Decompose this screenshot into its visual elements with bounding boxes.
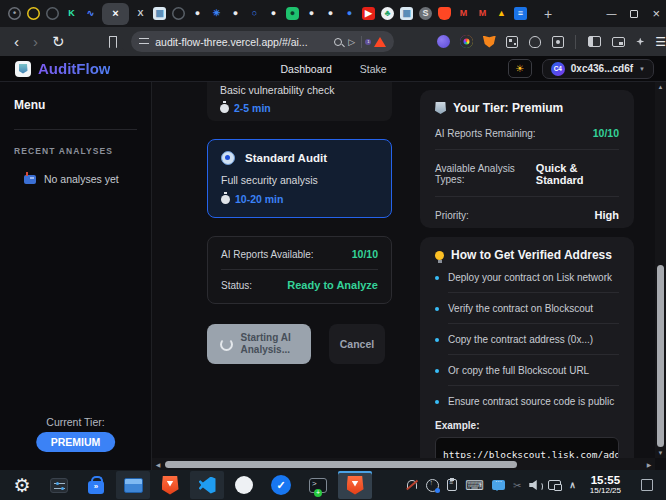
volume-icon (529, 480, 540, 491)
sidebar-toggle-icon[interactable] (588, 36, 601, 47)
gmail-tab-2[interactable]: M (473, 3, 492, 25)
circle-tab[interactable] (43, 3, 62, 25)
check-app-launcher[interactable]: ✓ (264, 471, 298, 499)
vertical-scroll-thumb[interactable] (657, 265, 664, 447)
browser-menu-icon[interactable]: ☰ (655, 36, 666, 48)
image-tab-2[interactable]: ▦ (397, 3, 416, 25)
faucet-tab-4[interactable]: ● (321, 3, 340, 25)
kick-favicon: K (65, 7, 78, 20)
scroll-down-arrow[interactable]: ▼ (655, 450, 666, 456)
qr-extension-icon[interactable] (505, 35, 519, 49)
x-tab[interactable]: X (131, 3, 150, 25)
reload-button[interactable]: ↻ (52, 34, 65, 49)
tray-expand[interactable]: ∧ (569, 480, 576, 490)
divider (448, 385, 619, 386)
site-settings-icon[interactable] (139, 38, 149, 46)
workspace-switcher[interactable] (641, 479, 653, 491)
address-bar[interactable]: audit-flow-three.vercel.app/#/ai... ▷ 1 (131, 31, 394, 52)
gitbook-tab[interactable]: ● (283, 3, 302, 25)
app-menu-launcher[interactable]: ⚙ (5, 471, 39, 499)
brave-browser-window-launcher[interactable] (338, 471, 372, 499)
docs-tab[interactable]: ≡ (511, 3, 530, 25)
horizontal-scroll-thumb[interactable] (165, 461, 517, 468)
messenger-icon (492, 480, 505, 490)
x-favicon: X (134, 7, 147, 20)
target-favicon: • (8, 7, 21, 20)
wallet-chip[interactable]: C4 0xc436...cd6f ▼ (542, 59, 654, 79)
system-tray: ⌨✂∧ 15:55 15/12/25 (406, 474, 661, 495)
standard-audit-card[interactable]: Standard Audit Full security analysis 10… (207, 139, 392, 218)
ring-tab[interactable] (169, 3, 188, 25)
rainbow-extension-icon[interactable] (459, 35, 473, 49)
target-tab[interactable]: • (5, 3, 24, 25)
kick-tab[interactable]: K (62, 3, 81, 25)
image-tab[interactable]: ▦ (150, 3, 169, 25)
keyboard-layout-icon: ⌨ (465, 479, 484, 492)
radio-selected-icon[interactable] (221, 151, 235, 165)
cancel-button[interactable]: Cancel (329, 324, 385, 364)
scribble-tab[interactable]: ∿ (81, 3, 100, 25)
gmail-tab[interactable]: M (454, 3, 473, 25)
faucet-tab-2[interactable]: ● (226, 3, 245, 25)
zoom-icon[interactable] (334, 38, 342, 46)
brave-browser-launcher[interactable] (153, 471, 187, 499)
keyboard-layout[interactable]: ⌨ (465, 479, 484, 492)
screenshot-tool[interactable]: ✂ (513, 480, 521, 491)
libreoffice-launcher[interactable] (227, 471, 261, 499)
paw-tab[interactable]: ♣ (378, 3, 397, 25)
octopus-extension-icon[interactable] (528, 35, 542, 49)
metamask-extension-icon[interactable] (482, 35, 496, 49)
url-text[interactable]: audit-flow-three.vercel.app/#/ai... (155, 36, 328, 48)
hardhat-tab[interactable] (24, 3, 43, 25)
nav-stake[interactable]: Stake (360, 63, 387, 75)
back-button[interactable]: ‹ (14, 34, 19, 49)
horizontal-scrollbar[interactable]: ◀ ▶ (152, 458, 655, 470)
brave-rewards-icon[interactable] (374, 37, 386, 47)
close-button[interactable]: × (652, 6, 660, 21)
wallet-panel-icon[interactable] (612, 37, 625, 47)
software-store-launcher[interactable] (79, 471, 113, 499)
vscode-launcher[interactable] (190, 471, 224, 499)
faucet-tab-3[interactable]: ● (302, 3, 321, 25)
taskbar-clock[interactable]: 15:55 15/12/25 (590, 474, 621, 495)
clipboard-manager[interactable] (447, 479, 457, 491)
drop-outline-tab[interactable]: ○ (245, 3, 264, 25)
brave-tab[interactable] (435, 3, 454, 25)
notifications-muted[interactable] (406, 479, 418, 491)
screenshot-extension-icon[interactable] (551, 35, 565, 49)
youtube-tab[interactable]: ▶ (359, 3, 378, 25)
nav-dashboard[interactable]: Dashboard (280, 63, 331, 75)
vertical-scrollbar[interactable]: ▲ ▼ (655, 82, 666, 458)
x-active-tab[interactable]: × (102, 3, 129, 25)
speed-tab[interactable]: S (416, 3, 435, 25)
quick-scan-card[interactable]: Basic vulnerability check 2-5 min (207, 82, 392, 121)
messenger[interactable] (492, 480, 505, 490)
leo-ai-icon[interactable] (636, 38, 644, 46)
theme-toggle-button[interactable]: ☀ (508, 59, 532, 78)
wallet-extension-icon[interactable] (436, 35, 450, 49)
reports-available-value: 10/10 (352, 248, 378, 260)
terminal-launcher[interactable] (301, 471, 335, 499)
updater[interactable] (426, 479, 439, 492)
github-tab[interactable]: ● (264, 3, 283, 25)
share-icon[interactable]: ▷ (348, 37, 355, 47)
scroll-up-arrow[interactable]: ▲ (655, 84, 666, 90)
scroll-right-arrow[interactable]: ▶ (643, 461, 655, 468)
drip-tab[interactable]: ✳ (207, 3, 226, 25)
volume[interactable] (529, 480, 540, 491)
empty-analyses-item: No analyses yet (24, 173, 151, 185)
drop-blue-tab[interactable]: ● (340, 3, 359, 25)
forward-button[interactable]: › (33, 34, 38, 49)
new-tab-button[interactable]: + (538, 4, 558, 24)
drive-tab[interactable]: ▲ (492, 3, 511, 25)
faucet-tab[interactable]: ● (188, 3, 207, 25)
network[interactable] (548, 480, 561, 490)
brave-browser-window-icon (347, 476, 364, 495)
restore-button[interactable] (630, 10, 638, 18)
scroll-left-arrow[interactable]: ◀ (152, 461, 164, 468)
bookmark-icon[interactable] (109, 36, 118, 48)
start-analysis-button[interactable]: Starting AI Analysis... (207, 324, 311, 364)
file-manager-launcher[interactable] (116, 471, 150, 499)
minimize-button[interactable]: — (606, 8, 616, 19)
settings-manager-launcher[interactable] (42, 471, 76, 499)
